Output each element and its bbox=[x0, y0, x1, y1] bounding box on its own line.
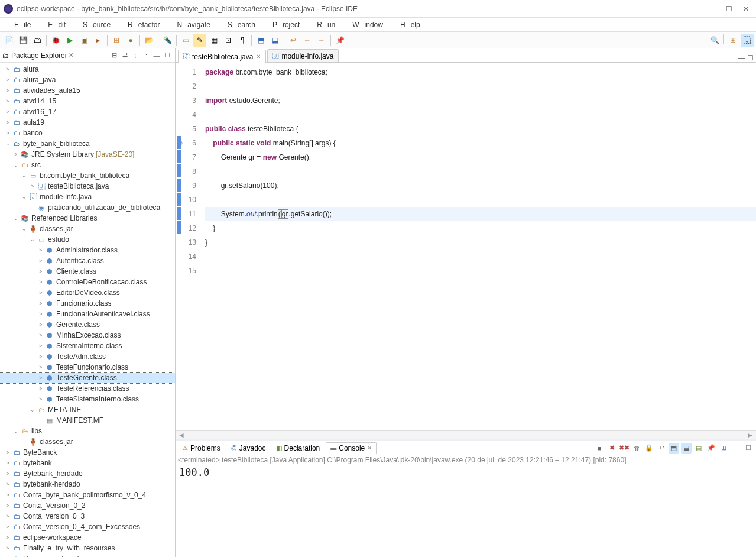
search-button[interactable]: 🔦 bbox=[161, 34, 174, 47]
console-stop-button[interactable]: ■ bbox=[594, 443, 605, 454]
menu-search[interactable]: Search bbox=[217, 20, 261, 30]
maximize-button[interactable]: ☐ bbox=[726, 5, 732, 13]
new-button[interactable]: 📄 bbox=[2, 34, 15, 47]
quick-access-button[interactable]: 🔍 bbox=[708, 34, 721, 47]
link-editor-button[interactable]: ⇄ bbox=[119, 50, 130, 61]
panel-maximize-button[interactable]: ☐ bbox=[743, 443, 754, 454]
new-class-button[interactable]: ● bbox=[124, 34, 137, 47]
package-tree[interactable]: >🗀alura>🗀alura_java>🗀atividades_aula15>🗀… bbox=[0, 63, 175, 557]
code-line[interactable] bbox=[205, 250, 756, 264]
run-button[interactable]: ▶ bbox=[63, 34, 76, 47]
code-line[interactable] bbox=[205, 108, 756, 122]
twist-icon[interactable]: > bbox=[37, 246, 45, 254]
close-tab-button[interactable]: ✕ bbox=[367, 445, 372, 451]
code-line[interactable] bbox=[205, 79, 756, 93]
console-show-on-out-button[interactable]: ⬒ bbox=[669, 443, 679, 454]
menu-navigate[interactable]: Navigate bbox=[166, 20, 215, 30]
project-bytebank-herdado[interactable]: >🗀bytebank-herdado bbox=[0, 479, 175, 490]
twist-icon[interactable]: ⌄ bbox=[28, 406, 37, 414]
console-open-button[interactable]: ▤ bbox=[693, 443, 704, 454]
new-package-button[interactable]: ⊞ bbox=[110, 34, 123, 47]
twist-icon[interactable]: > bbox=[28, 182, 37, 190]
menu-help[interactable]: Help bbox=[390, 20, 426, 30]
project-bytebank[interactable]: >🗀bytebank bbox=[0, 458, 175, 468]
close-tab-button[interactable]: ✕ bbox=[256, 53, 261, 60]
class-file[interactable]: >⬢Administrador.class bbox=[0, 245, 175, 255]
bottom-tab-declaration[interactable]: ◧Declaration bbox=[272, 442, 325, 454]
class-file[interactable]: >⬢TesteSistemaInterno.class bbox=[0, 394, 175, 404]
debug-button[interactable]: 🐞 bbox=[49, 34, 62, 47]
twist-icon[interactable]: > bbox=[37, 395, 45, 403]
twist-icon[interactable]: > bbox=[4, 512, 12, 520]
jar[interactable]: ⌄🏺classes.jar bbox=[0, 224, 175, 234]
code-line[interactable]: public static void main(String[] args) { bbox=[205, 136, 756, 150]
console-remove-button[interactable]: ✖ bbox=[606, 443, 617, 454]
console-word-wrap-button[interactable]: ↩ bbox=[656, 443, 667, 454]
referenced-libs[interactable]: ⌄📚Referenced Libraries bbox=[0, 213, 175, 224]
twist-icon[interactable]: > bbox=[4, 129, 12, 137]
project-alura[interactable]: >🗀alura bbox=[0, 64, 175, 75]
code-editor[interactable]: 123456⊖789101112131415 package br.com.by… bbox=[176, 63, 756, 430]
project-Heranca_polimorfismo[interactable]: >🗀Heranca_polimorfismo bbox=[0, 553, 175, 557]
last-edit-button[interactable]: ↩ bbox=[287, 34, 300, 47]
twist-icon[interactable]: > bbox=[4, 65, 12, 73]
maximize-view-button[interactable]: ☐ bbox=[162, 50, 173, 61]
coverage-button[interactable]: ▣ bbox=[77, 34, 90, 47]
console-scroll-lock-button[interactable]: 🔒 bbox=[644, 443, 654, 454]
class-file[interactable]: >⬢TesteFuncionario.class bbox=[0, 362, 175, 373]
toggle-block-button[interactable]: ▦ bbox=[207, 34, 220, 47]
twist-icon[interactable]: > bbox=[37, 331, 45, 339]
twist-icon[interactable]: > bbox=[37, 384, 45, 393]
twist-icon[interactable]: > bbox=[4, 555, 12, 557]
twist-icon[interactable]: > bbox=[37, 310, 45, 318]
external-tools-button[interactable]: ▸ bbox=[92, 34, 105, 47]
menu-source[interactable]: Source bbox=[72, 20, 116, 30]
twist-icon[interactable]: > bbox=[4, 491, 12, 499]
twist-icon[interactable]: > bbox=[37, 352, 45, 361]
code-line[interactable]: Gerente gr = new Gerente(); bbox=[205, 150, 756, 164]
twist-icon[interactable]: > bbox=[4, 533, 12, 542]
save-all-button[interactable]: 🗃 bbox=[31, 34, 44, 47]
menu-refactor[interactable]: Refactor bbox=[117, 20, 165, 30]
toggle-mark-button[interactable]: ✎ bbox=[193, 34, 206, 47]
twist-icon[interactable]: ⌄ bbox=[4, 140, 12, 148]
twist-icon[interactable]: > bbox=[37, 267, 45, 276]
annotation-next-button[interactable]: ⬓ bbox=[268, 34, 281, 47]
class-file[interactable]: >⬢TesteGerente.class bbox=[0, 373, 175, 383]
code-line[interactable]: public class testeBiblioteca { bbox=[205, 122, 756, 136]
project-aula19[interactable]: >🗀aula19 bbox=[0, 117, 175, 128]
project-Conta_byte_bank_polimorfismo_v_0_4[interactable]: >🗀Conta_byte_bank_polimorfismo_v_0_4 bbox=[0, 490, 175, 500]
twist-icon[interactable]: > bbox=[37, 278, 45, 286]
twist-icon[interactable]: > bbox=[4, 118, 12, 127]
twist-icon[interactable]: ⌄ bbox=[28, 235, 37, 244]
class-file[interactable]: >⬢MinhaExcecao.class bbox=[0, 330, 175, 341]
java-perspective-button[interactable]: 🇯 bbox=[741, 34, 754, 47]
class-file[interactable]: >⬢EditorDeVideo.class bbox=[0, 287, 175, 298]
pilcrow-button[interactable]: ¶ bbox=[236, 34, 249, 47]
twist-icon[interactable]: > bbox=[37, 374, 45, 382]
panel-minimize-button[interactable]: — bbox=[731, 443, 741, 454]
open-perspective-button[interactable]: ⊞ bbox=[726, 34, 739, 47]
bottom-tab-javadoc[interactable]: @Javadoc bbox=[226, 442, 271, 454]
project-Bytebank_herdado[interactable]: >🗀Bytebank_herdado bbox=[0, 468, 175, 479]
libs-folder[interactable]: ⌄🗁libs bbox=[0, 426, 175, 436]
forward-button[interactable]: → bbox=[315, 34, 328, 47]
twist-icon[interactable]: > bbox=[4, 76, 12, 84]
twist-icon[interactable]: ⌄ bbox=[20, 171, 28, 180]
project-atividades_aula15[interactable]: >🗀atividades_aula15 bbox=[0, 85, 175, 96]
project-banco[interactable]: >🗀banco bbox=[0, 128, 175, 138]
twist-icon[interactable]: > bbox=[4, 544, 12, 552]
editor-tab[interactable]: 🇯testeBiblioteca.java✕ bbox=[178, 50, 266, 63]
twist-icon[interactable]: ⌄ bbox=[12, 427, 20, 435]
manifest[interactable]: ▤MANIFEST.MF bbox=[0, 415, 175, 426]
console-display-button[interactable]: ⊞ bbox=[718, 443, 729, 454]
collapse-all-button[interactable]: ⊟ bbox=[109, 50, 119, 61]
twist-icon[interactable]: > bbox=[4, 97, 12, 105]
bottom-tab-console[interactable]: ▬Console ✕ bbox=[326, 442, 377, 454]
twist-icon[interactable]: > bbox=[4, 480, 12, 488]
close-view-button[interactable]: ✕ bbox=[69, 51, 74, 59]
bottom-tab-problems[interactable]: ⚠Problems bbox=[178, 442, 225, 454]
console-remove-all-button[interactable]: ✖✖ bbox=[619, 443, 630, 454]
twist-icon[interactable] bbox=[28, 203, 37, 212]
pin-button[interactable]: 📌 bbox=[333, 34, 346, 47]
